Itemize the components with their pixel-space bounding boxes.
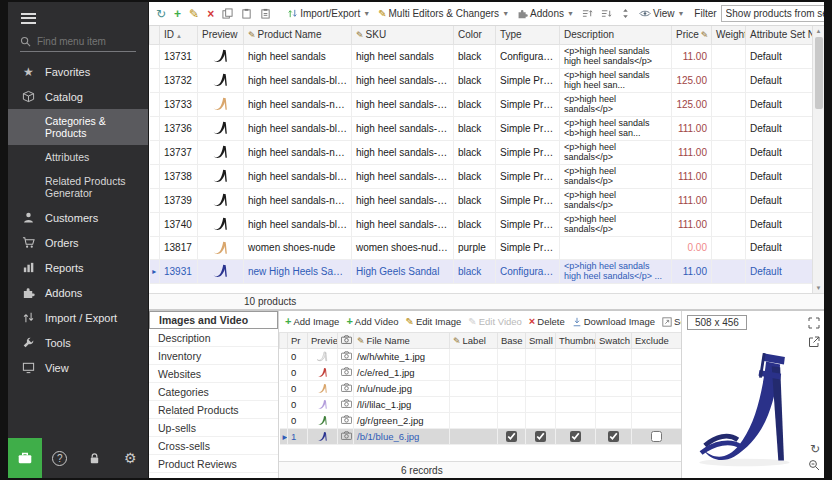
- sidebar-item-view[interactable]: View: [8, 355, 148, 380]
- column-label[interactable]: ✎Label: [450, 333, 498, 348]
- tab-cross-sells[interactable]: Cross-sells: [149, 437, 278, 455]
- view-button[interactable]: View▼: [637, 7, 686, 20]
- category-filter-select[interactable]: Show products from selected categories ▼: [721, 5, 824, 22]
- product-row[interactable]: 13733high heel sandals-nudehigh heel san…: [150, 92, 814, 116]
- small-checkbox[interactable]: [535, 431, 546, 442]
- add-product-button[interactable]: +: [172, 7, 183, 21]
- download-image-button[interactable]: Download Image: [572, 316, 655, 327]
- image-row[interactable]: 0/c/e/red_1.jpg: [280, 364, 682, 380]
- sort-descending-button[interactable]: [599, 7, 614, 20]
- column-weight[interactable]: Weight: [712, 26, 746, 44]
- sidebar-search[interactable]: [20, 36, 136, 52]
- sidebar-item-tools[interactable]: Tools: [8, 330, 148, 355]
- product-row[interactable]: 13740high heel sandals-black-38high heel…: [150, 212, 814, 236]
- product-row[interactable]: 13739high heel sandals-nude-37high heel …: [150, 188, 814, 212]
- multi-editors-button[interactable]: ✎ Multi Editors & Changers▼: [376, 7, 511, 20]
- thumbnail-checkbox[interactable]: [570, 431, 581, 442]
- column-color[interactable]: Color: [454, 26, 496, 44]
- sidebar-item-reports[interactable]: Reports: [8, 255, 148, 280]
- duplicate-button[interactable]: [258, 7, 273, 20]
- help-button[interactable]: ?: [42, 438, 77, 478]
- column-file-name[interactable]: ✎File Name: [354, 333, 450, 348]
- exclude-checkbox[interactable]: [651, 431, 662, 442]
- image-size-field[interactable]: 508 x 456: [687, 315, 747, 330]
- expand-button[interactable]: [808, 316, 820, 332]
- import-export-button[interactable]: Import/Export▼: [285, 7, 372, 20]
- tab-categories[interactable]: Categories: [149, 383, 278, 401]
- product-row[interactable]: 13736high heel sandals-black-36high heel…: [150, 116, 814, 140]
- tab-images-and-video[interactable]: Images and Video: [149, 311, 278, 329]
- tab-product-reviews[interactable]: Product Reviews: [149, 455, 278, 473]
- image-row[interactable]: 0/l/i/lilac_1.jpg: [280, 396, 682, 412]
- swatch-checkbox[interactable]: [608, 431, 619, 442]
- column-camera[interactable]: [338, 333, 354, 348]
- column-sku[interactable]: ✎SKU: [352, 26, 454, 44]
- product-row[interactable]: 13737high heel sandals-nude-36high heel …: [150, 140, 814, 164]
- sidebar-item-catalog[interactable]: Catalog: [8, 84, 148, 109]
- delete-image-button[interactable]: ×Delete: [529, 316, 565, 327]
- column-exclude[interactable]: Exclude: [632, 333, 682, 348]
- tab-related-products[interactable]: Related Products: [149, 401, 278, 419]
- lock-button[interactable]: [77, 438, 112, 478]
- add-image-button[interactable]: +Add Image: [285, 316, 339, 327]
- products-scrollbar[interactable]: ▲ ▼: [812, 26, 824, 293]
- column-attribute-set[interactable]: Attribute Set Name: [746, 26, 814, 44]
- base-checkbox[interactable]: [506, 431, 517, 442]
- scrollbar-thumb[interactable]: [815, 37, 823, 109]
- product-row[interactable]: 13817women shoes-nudewomen shoes-nude-2p…: [150, 236, 814, 259]
- settings-button[interactable]: ⚙: [113, 438, 148, 478]
- image-row[interactable]: 0/g/r/green_2.jpg: [280, 412, 682, 428]
- product-row[interactable]: 13738high heel sandals-black-37high heel…: [150, 164, 814, 188]
- tab-websites[interactable]: Websites: [149, 365, 278, 383]
- edit-video-button[interactable]: ✎Edit Video: [468, 316, 522, 327]
- column-small[interactable]: Small: [526, 333, 556, 348]
- search-input[interactable]: [37, 36, 135, 47]
- sort-ascending-button[interactable]: [580, 7, 595, 20]
- column-swatch[interactable]: Swatch: [596, 333, 632, 348]
- column-price[interactable]: Price✎: [672, 26, 712, 44]
- add-video-button[interactable]: +Add Video: [346, 316, 398, 327]
- addons-button[interactable]: Addons▼: [515, 7, 576, 20]
- column-id[interactable]: ID▲: [160, 26, 198, 44]
- column-base[interactable]: Base: [498, 333, 526, 348]
- scroll-up-icon[interactable]: ▲: [816, 28, 822, 34]
- product-row[interactable]: 13731high heel sandalshigh heel sandalsb…: [150, 44, 814, 68]
- delete-product-button[interactable]: ×: [205, 7, 216, 21]
- column-thumbnail[interactable]: Thumbna: [556, 333, 596, 348]
- paste-button[interactable]: [239, 7, 254, 20]
- column-preview[interactable]: Preview: [198, 26, 244, 44]
- edit-image-button[interactable]: ✎Edit Image: [406, 316, 462, 327]
- open-external-button[interactable]: [808, 335, 820, 351]
- refresh-button[interactable]: ↻: [154, 7, 168, 21]
- set-resize-rule-button[interactable]: Set Resize Rule▼: [662, 316, 681, 327]
- store-button[interactable]: [8, 438, 42, 478]
- sidebar-item-addons[interactable]: Addons: [8, 280, 148, 305]
- tab-inventory[interactable]: Inventory: [149, 347, 278, 365]
- image-row[interactable]: ▸1/b/1/blue_6.jpg: [280, 428, 682, 444]
- sidebar-item-favorites[interactable]: ★ Favorites: [8, 60, 148, 84]
- image-row[interactable]: 0/n/u/nude.jpg: [280, 380, 682, 396]
- product-row[interactable]: 13732high heel sandals-blackhigh heel sa…: [150, 68, 814, 92]
- expand-collapse-button[interactable]: [618, 7, 633, 20]
- rotate-button[interactable]: ↻: [810, 440, 820, 456]
- copy-button[interactable]: [220, 7, 235, 20]
- sidebar-item-related-products-generator[interactable]: Related Products Generator: [8, 169, 148, 205]
- tab-description[interactable]: Description: [149, 329, 278, 347]
- column-image-preview[interactable]: Preview: [308, 333, 338, 348]
- scroll-down-icon[interactable]: ▼: [816, 285, 822, 291]
- hamburger-menu-button[interactable]: [8, 2, 148, 34]
- edit-product-button[interactable]: ✎: [187, 7, 201, 21]
- tab-up-sells[interactable]: Up-sells: [149, 419, 278, 437]
- sidebar-item-attributes[interactable]: Attributes: [8, 145, 148, 169]
- zoom-button[interactable]: [808, 458, 820, 474]
- column-priority[interactable]: Pr: [288, 333, 308, 348]
- column-product-name[interactable]: ✎Product Name: [244, 26, 352, 44]
- sidebar-item-customers[interactable]: Customers: [8, 205, 148, 230]
- image-row[interactable]: 0/w/h/white_1.jpg: [280, 348, 682, 364]
- sidebar-item-import-export[interactable]: Import / Export: [8, 305, 148, 330]
- sidebar-item-categories-products[interactable]: Categories & Products: [8, 109, 148, 145]
- column-description[interactable]: Description: [560, 26, 672, 44]
- sidebar-item-orders[interactable]: Orders: [8, 230, 148, 255]
- product-row[interactable]: ▸13931new High Heels SandalsHigh Geels S…: [150, 259, 814, 283]
- column-type[interactable]: Type: [496, 26, 560, 44]
